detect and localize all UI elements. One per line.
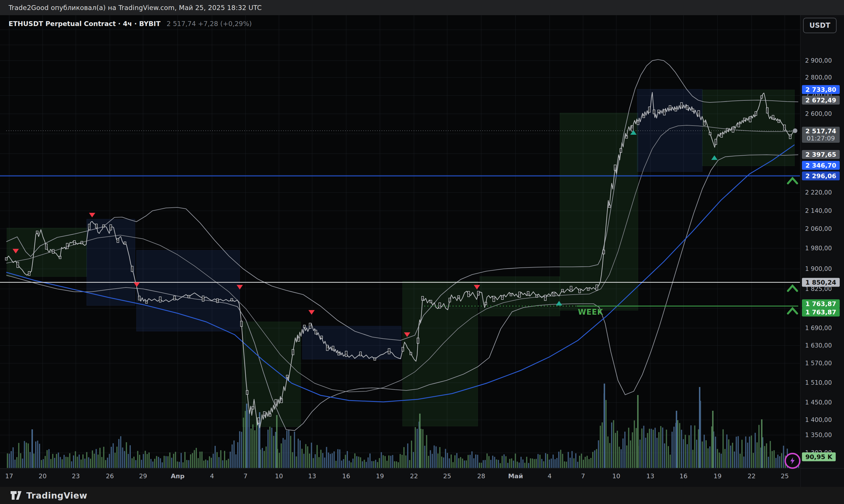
time-tick-label: 13 [308,472,316,480]
time-tick-label: Май [508,472,523,480]
boost-lightning-icon[interactable] [785,453,801,469]
chart-legend[interactable]: ETHUSDT Perpetual Contract · 4ч · BYBIT … [8,20,252,28]
alert-chevron-up-icon [788,178,797,183]
price-badge: 90,95 K [802,452,836,462]
time-tick-label: 28 [477,472,485,480]
symbol-quote: 2 517,74 +7,28 (+0,29%) [166,20,252,28]
tradingview-logo-icon [10,490,23,501]
time-tick-label: 4 [210,472,214,480]
price-badge: 2 672,49 [802,96,840,105]
price-tick-label: 2 220,00 [805,189,832,196]
time-tick-label: 22 [410,472,418,480]
price-tick-label: 1 350,00 [805,432,832,438]
blue-zone-box[interactable] [87,219,135,305]
time-tick-label: 10 [612,472,620,480]
footer-bar: TradingView [0,487,844,504]
price-badge: 1 850,24 [802,278,840,287]
time-tick-label: 29 [139,472,147,480]
scales-corner [800,468,844,487]
blue-zone-box[interactable] [302,326,401,359]
price-badge: 2 346,70 [802,161,840,170]
sell-marker-icon [89,213,95,217]
publisher-text: Trade2Good опубликовал(а) на TradingView… [8,4,262,12]
price-tick-label: 2 140,00 [805,208,832,214]
tradingview-logo[interactable]: TradingView [10,490,87,501]
alert-chevron-up-icon [788,286,797,291]
publisher-bar: Trade2Good опубликовал(а) на TradingView… [0,0,844,15]
price-badge: 2 296,06 [802,172,840,180]
price-badge: 2 733,80 [802,85,840,94]
price-tick-label: 2 060,00 [805,226,832,232]
price-badge: 1 763,87 [802,300,840,308]
time-tick-label: Апр [171,472,184,480]
price-tick-label: 2 600,00 [805,110,832,117]
price-tick-label: 1 630,00 [805,342,832,349]
tradingview-snapshot: Trade2Good опубликовал(а) на TradingView… [0,0,844,504]
price-tick-label: 1 980,00 [805,245,832,252]
currency-toggle-button[interactable]: USDT [803,18,837,33]
time-tick-label: 26 [106,472,114,480]
price-badge: 2 517,7401:27:09 [802,127,840,143]
price-tick-label: 1 570,00 [805,360,832,367]
time-tick-label: 17 [5,472,13,480]
time-tick-label: 16 [680,472,687,480]
chart-canvas[interactable] [0,15,800,468]
price-badge: 1 763,87 [802,308,840,317]
price-badge: 2 397,65 [802,150,840,159]
time-tick-label: 10 [275,472,283,480]
time-tick-label: 4 [547,472,552,480]
time-tick-label: 19 [714,472,721,480]
price-tick-label: 1 450,00 [805,399,832,406]
price-tick-label: 2 900,00 [805,57,832,64]
lightning-glyph [789,457,796,465]
supply-demand-zones [7,89,794,427]
last-price-dot [793,128,797,133]
tradingview-logo-text: TradingView [26,490,87,501]
green-zone-box[interactable] [7,228,87,276]
price-tick-label: 1 690,00 [805,325,832,331]
symbol-title: ETHUSDT Perpetual Contract · 4ч · BYBIT [8,20,161,28]
price-tick-label: 1 400,00 [805,416,832,423]
time-tick-label: 25 [781,472,789,480]
price-scale[interactable]: 2 900,002 800,002 700,002 600,002 220,00… [800,15,844,468]
price-tick-label: 2 800,00 [805,74,832,81]
time-tick-label: 7 [581,472,585,480]
time-tick-label: 22 [748,472,756,480]
blue-zone-box[interactable] [637,89,702,172]
week-level-label: WEEK [578,308,603,317]
sell-marker-icon [308,310,315,314]
time-tick-label: 20 [39,472,47,480]
time-tick-label: 19 [376,472,384,480]
time-tick-label: 23 [72,472,80,480]
time-tick-label: 16 [342,472,350,480]
time-tick-label: 25 [443,472,451,480]
price-tick-label: 1 510,00 [805,379,832,386]
alert-chevron-up-icon [788,308,797,313]
green-zone-box[interactable] [560,113,638,310]
time-tick-label: 13 [646,472,654,480]
price-tick-label: 1 900,00 [805,266,832,272]
chart-svg[interactable] [0,15,800,468]
time-tick-label: 7 [244,472,248,480]
time-scale[interactable]: 1720232629Апр4710131619222528Май47101316… [0,468,800,487]
green-zone-box[interactable] [242,322,301,427]
